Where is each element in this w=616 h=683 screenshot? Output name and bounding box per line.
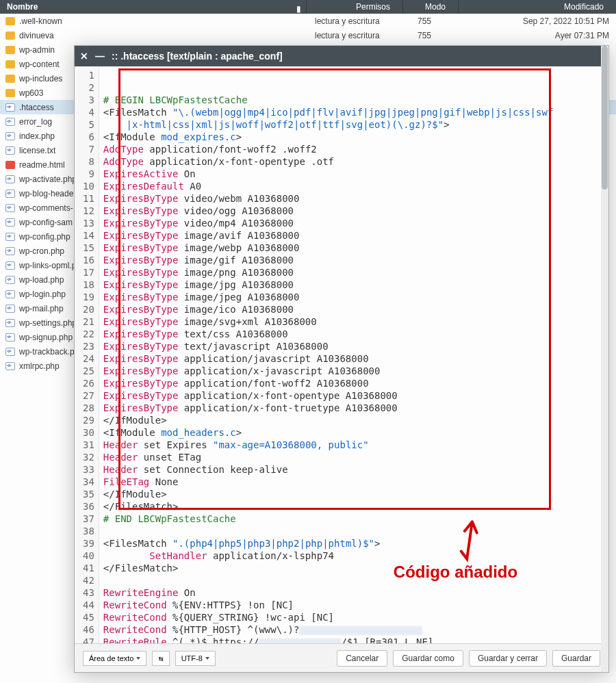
col-name[interactable]: Nombre: [0, 2, 296, 12]
code-line[interactable]: AddType application/x-font-opentype .otf: [103, 155, 604, 168]
code-line[interactable]: |x-html|css|xml|js|woff|woff2|otf|ttf|sv…: [103, 118, 604, 131]
code-line[interactable]: <FilesMatch ".(php4|php5|php3|php2|php|p…: [103, 537, 604, 550]
code-line[interactable]: ExpiresByType text/javascript A10368000: [103, 340, 604, 352]
file-icon: [5, 276, 15, 284]
code-line[interactable]: RewriteEngine On: [103, 587, 604, 599]
code-line[interactable]: Header set Connection keep-alive: [103, 463, 604, 476]
file-icon: [5, 103, 15, 112]
file-icon: [5, 204, 15, 212]
chevron-down-icon: [136, 657, 140, 660]
code-line[interactable]: RewriteCond %{HTTP_HOST} ^(www\.)?: [103, 623, 604, 636]
code-line[interactable]: ExpiresByType image/jpeg A10368000: [103, 291, 604, 303]
file-icon: [5, 132, 15, 140]
file-row[interactable]: divinuevalectura y escritura755Ayer 07:3…: [0, 28, 616, 42]
code-line[interactable]: ExpiresByType video/mp4 A10368000: [103, 217, 604, 229]
annotation-label: Código añadido: [394, 566, 517, 578]
file-name: .well-known: [19, 16, 315, 26]
code-line[interactable]: AddType application/font-woff2 .woff2: [103, 143, 604, 155]
encoding-select[interactable]: UTF-8: [175, 651, 216, 666]
code-line[interactable]: ExpiresByType image/png A10368000: [103, 266, 604, 279]
code-line[interactable]: ExpiresByType video/webm A10368000: [103, 192, 604, 205]
editor-titlebar: ✕ — :: .htaccess [text/plain : apache_co…: [75, 46, 608, 66]
code-line[interactable]: </FilesMatch>: [103, 500, 604, 513]
code-line[interactable]: [103, 525, 604, 537]
redacted: [259, 639, 341, 644]
file-icon: [5, 362, 15, 370]
save-button[interactable]: Guardar: [552, 650, 600, 667]
code-line[interactable]: ExpiresByType application/font-woff2 A10…: [103, 377, 604, 389]
code-editor[interactable]: 1234567891011121314151617181920212223242…: [75, 66, 608, 643]
cancel-button[interactable]: Cancelar: [337, 650, 387, 667]
code-line[interactable]: [103, 574, 604, 587]
code-line[interactable]: ExpiresDefault A0: [103, 180, 604, 192]
code-line[interactable]: Header set Expires "max-age=A10368000, p…: [103, 439, 604, 451]
code-line[interactable]: </IfModule>: [103, 488, 604, 500]
file-icon: [5, 175, 15, 183]
code-line[interactable]: <FilesMatch "\.(webm|ogg|mp4|ico|pdf|flv…: [103, 106, 604, 118]
code-line[interactable]: ExpiresByType application/x-font-truetyp…: [103, 402, 604, 414]
code-line[interactable]: ExpiresByType image/avif A10368000: [103, 229, 604, 242]
folder-icon: [5, 31, 15, 40]
save-close-button[interactable]: Guardar y cerrar: [469, 650, 547, 667]
code-line[interactable]: ExpiresByType application/javascript A10…: [103, 352, 604, 365]
folder-icon: [5, 89, 15, 97]
code-area[interactable]: # BEGIN LBCWpFastestCache<FilesMatch "\.…: [99, 66, 608, 643]
code-line[interactable]: ExpiresByType application/x-javascript A…: [103, 365, 604, 377]
redacted: [299, 626, 422, 635]
editor-footer: Área de texto ⇆ UTF-8 Cancelar Guardar c…: [75, 643, 608, 672]
code-line[interactable]: ExpiresByType image/svg+xml A10368000: [103, 315, 604, 328]
code-line[interactable]: RewriteCond %{QUERY_STRING} !wc-api [NC]: [103, 611, 604, 623]
sort-icon[interactable]: ▮: [296, 4, 302, 10]
editor-title: :: .htaccess [text/plain : apache_conf]: [112, 51, 283, 62]
file-icon: [5, 333, 15, 342]
folder-icon: [5, 60, 15, 68]
code-line[interactable]: FileETag None: [103, 476, 604, 488]
file-icon: [5, 146, 15, 155]
file-icon: [5, 319, 15, 327]
code-line[interactable]: ExpiresActive On: [103, 168, 604, 180]
folder-icon: [5, 46, 15, 54]
folder-icon: [5, 75, 15, 83]
code-line[interactable]: ExpiresByType text/css A10368000: [103, 328, 604, 340]
line-gutter: 1234567891011121314151617181920212223242…: [75, 66, 99, 643]
scrollbar[interactable]: [601, 66, 608, 643]
code-line[interactable]: ExpiresByType application/x-font-opentyp…: [103, 389, 604, 402]
wrap-toggle[interactable]: ⇆: [152, 651, 169, 666]
file-icon: [5, 218, 15, 227]
code-line[interactable]: ExpiresByType image/ico A10368000: [103, 303, 604, 315]
file-icon: [5, 305, 15, 313]
file-icon: [5, 247, 15, 255]
minimize-icon[interactable]: —: [95, 51, 105, 62]
chevron-down-icon: [205, 657, 209, 660]
code-line[interactable]: RewriteRule ^(.*)$ https:///$1 [R=301,L,…: [103, 636, 604, 643]
code-line[interactable]: </FilesMatch>: [103, 562, 604, 574]
col-mode[interactable]: Modo: [403, 2, 458, 12]
folder-icon: [5, 17, 15, 25]
save-as-button[interactable]: Guardar como: [393, 650, 463, 667]
code-line[interactable]: ExpiresByType image/gif A10368000: [103, 254, 604, 266]
close-icon[interactable]: ✕: [80, 51, 88, 62]
scrollbar-thumb[interactable]: [602, 66, 608, 190]
code-line[interactable]: <IfModule mod_expires.c>: [103, 131, 604, 143]
col-perm[interactable]: Permisos: [307, 2, 402, 12]
file-icon: [5, 261, 15, 270]
code-line[interactable]: ExpiresByType image/jpg A10368000: [103, 279, 604, 291]
code-line[interactable]: ExpiresByType image/webp A10368000: [103, 242, 604, 254]
file-icon: [5, 233, 15, 241]
file-icon: [5, 348, 15, 356]
code-line[interactable]: RewriteCond %{ENV:HTTPS} !on [NC]: [103, 599, 604, 611]
code-line[interactable]: # END LBCWpFastestCache: [103, 513, 604, 525]
code-line[interactable]: <IfModule mod_headers.c>: [103, 426, 604, 439]
file-icon: [5, 161, 15, 169]
code-line[interactable]: ExpiresByType video/ogg A10368000: [103, 205, 604, 217]
code-line[interactable]: SetHandler application/x-lsphp74: [103, 550, 604, 562]
code-line[interactable]: # BEGIN LBCWpFastestCache: [103, 94, 604, 106]
code-line[interactable]: </IfModule>: [103, 414, 604, 426]
file-icon: [5, 118, 15, 126]
file-name: divinueva: [19, 31, 315, 40]
mode-select[interactable]: Área de texto: [83, 651, 146, 666]
file-row[interactable]: .well-knownlectura y escritura755Sep 27,…: [0, 14, 616, 28]
file-icon: [5, 290, 15, 298]
col-modified[interactable]: Modificado: [459, 2, 616, 12]
code-line[interactable]: Header unset ETag: [103, 451, 604, 463]
